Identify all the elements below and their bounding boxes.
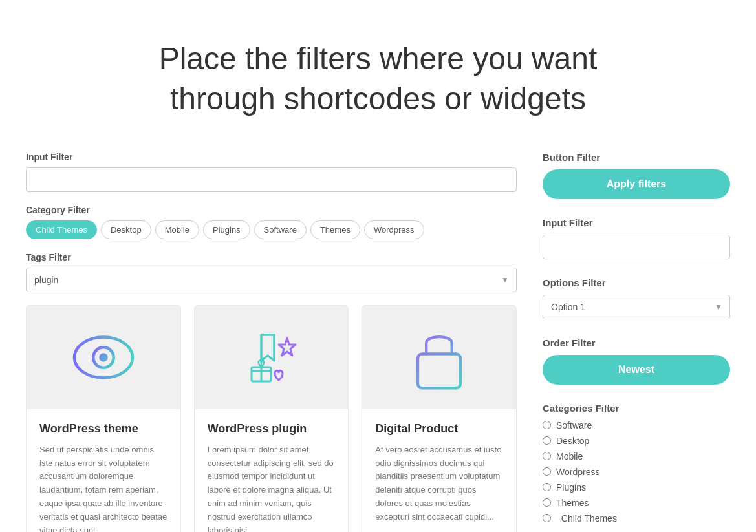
radio-label-child-themes: Child Themes [556, 513, 617, 524]
order-filter-button[interactable]: Newest [543, 355, 730, 385]
order-filter-section: Order Filter Newest [543, 335, 730, 385]
tags-filter-label: Tags Filter [26, 252, 517, 262]
categories-radio-list: Software Desktop Mobile Wordpress [543, 420, 730, 524]
options-filter-select[interactable]: Option 1 Option 2 Option 3 [543, 295, 730, 319]
tag-plugins[interactable]: Plugins [203, 220, 250, 239]
category-tags: Child Themes Desktop Mobile Plugins Soft… [26, 220, 517, 239]
radio-item-software[interactable]: Software [543, 420, 730, 431]
hero-section: Place the filters where you want through… [26, 13, 730, 152]
radio-software[interactable] [543, 421, 551, 429]
radio-label-desktop: Desktop [556, 436, 589, 446]
hero-title: Place the filters where you want through… [26, 39, 730, 120]
product-image-lock [362, 306, 516, 409]
input-filter-label: Input Filter [26, 152, 517, 162]
product-title-digital: Digital Product [375, 422, 503, 436]
radio-label-wordpress: Wordpress [556, 467, 599, 477]
tag-themes[interactable]: Themes [310, 220, 360, 239]
order-filter-label: Order Filter [543, 337, 730, 348]
product-image-eye [27, 306, 180, 409]
tag-child-themes[interactable]: Child Themes [26, 220, 97, 239]
radio-desktop[interactable] [543, 436, 551, 445]
radio-item-wordpress[interactable]: Wordpress [543, 467, 730, 477]
radio-mobile[interactable] [543, 452, 551, 460]
radio-label-mobile: Mobile [556, 451, 583, 462]
product-card-wp-theme: WordPress theme Sed ut perspiciatis unde… [26, 305, 181, 532]
input-filter-section: Input Filter [26, 152, 517, 192]
tag-desktop[interactable]: Desktop [101, 220, 151, 239]
product-image-bookmark [195, 306, 349, 409]
right-input-filter-label: Input Filter [543, 217, 730, 228]
tags-filter-section: Tags Filter plugin theme widget ▼ [26, 252, 517, 292]
options-select-wrapper: Option 1 Option 2 Option 3 ▼ [543, 295, 730, 319]
category-filter-section: Category Filter Child Themes Desktop Mob… [26, 205, 517, 239]
products-grid: WordPress theme Sed ut perspiciatis unde… [26, 305, 517, 532]
radio-label-themes: Themes [556, 498, 589, 508]
right-input-filter-input[interactable] [543, 235, 730, 259]
options-filter-label: Options Filter [543, 277, 730, 288]
radio-child-themes[interactable] [543, 514, 551, 522]
product-desc-wp-plugin: Lorem ipsum dolor sit amet, consectetur … [208, 443, 336, 532]
svg-rect-6 [418, 354, 460, 388]
radio-item-themes[interactable]: Themes [543, 498, 730, 508]
right-input-filter-section: Input Filter [543, 215, 730, 259]
radio-label-software: Software [556, 420, 592, 431]
product-desc-wp-theme: Sed ut perspiciatis unde omnis iste natu… [39, 443, 167, 532]
product-card-wp-plugin: WordPress plugin Lorem ipsum dolor sit a… [194, 305, 349, 532]
radio-themes[interactable] [543, 498, 551, 507]
radio-label-plugins: Plugins [556, 482, 586, 493]
radio-item-desktop[interactable]: Desktop [543, 436, 730, 446]
categories-filter-label: Categories Filter [543, 403, 730, 414]
categories-filter-section: Categories Filter Software Desktop Mobil… [543, 400, 730, 524]
product-body-digital: Digital Product At vero eos et accusamus… [362, 409, 516, 532]
button-filter-label: Button Filter [543, 152, 730, 163]
radio-item-child-themes[interactable]: Child Themes [543, 513, 730, 524]
product-card-digital: Digital Product At vero eos et accusamus… [362, 305, 517, 532]
category-filter-label: Category Filter [26, 205, 517, 215]
tag-software[interactable]: Software [254, 220, 307, 239]
product-body-wp-theme: WordPress theme Sed ut perspiciatis unde… [27, 409, 180, 532]
tags-filter-select[interactable]: plugin theme widget [26, 268, 517, 292]
tag-mobile[interactable]: Mobile [155, 220, 199, 239]
button-filter-section: Button Filter Apply filters [543, 152, 730, 199]
apply-filters-button[interactable]: Apply filters [543, 169, 730, 199]
tag-wordpress[interactable]: Wordpress [364, 220, 424, 239]
right-panel: Button Filter Apply filters Input Filter… [543, 152, 730, 532]
product-desc-digital: At vero eos et accusamus et iusto odio d… [375, 443, 503, 524]
radio-wordpress[interactable] [543, 467, 551, 476]
input-filter-input[interactable] [26, 167, 517, 192]
options-filter-section: Options Filter Option 1 Option 2 Option … [543, 275, 730, 319]
tags-select-wrapper: plugin theme widget ▼ [26, 268, 517, 292]
radio-item-plugins[interactable]: Plugins [543, 482, 730, 493]
radio-item-mobile[interactable]: Mobile [543, 451, 730, 462]
product-title-wp-plugin: WordPress plugin [208, 422, 336, 436]
svg-point-2 [99, 353, 108, 362]
left-panel: Input Filter Category Filter Child Theme… [26, 152, 517, 532]
product-body-wp-plugin: WordPress plugin Lorem ipsum dolor sit a… [195, 409, 349, 532]
radio-plugins[interactable] [543, 483, 551, 491]
product-title-wp-theme: WordPress theme [39, 422, 167, 436]
